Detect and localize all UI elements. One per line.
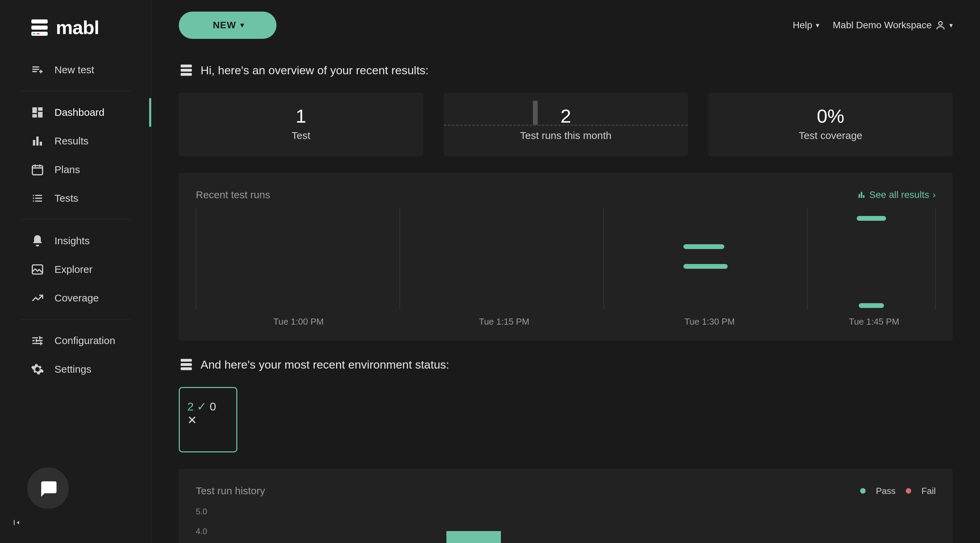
runs-col bbox=[603, 207, 807, 310]
legend-pass-label: Pass bbox=[876, 486, 896, 496]
caret-down-icon: ▼ bbox=[239, 21, 246, 29]
env-pass-count: 2 bbox=[187, 400, 194, 413]
env-intro-text: And here's your most recent environment … bbox=[200, 358, 449, 371]
sidebar-item-label: Tests bbox=[54, 193, 78, 204]
env-status-card[interactable]: 2 ✓ 0 ✕ bbox=[179, 387, 237, 452]
run-pill[interactable] bbox=[857, 216, 886, 221]
svg-rect-10 bbox=[181, 73, 192, 76]
sidebar-item-coverage[interactable]: Coverage bbox=[21, 284, 130, 312]
x-icon: ✕ bbox=[187, 414, 197, 427]
mabl-mini-icon bbox=[179, 63, 194, 78]
y-label: 5.0 bbox=[196, 507, 207, 515]
chat-launcher[interactable] bbox=[27, 467, 69, 509]
sidebar-item-results[interactable]: Results bbox=[21, 127, 130, 155]
sidebar: mabl New test Dashboard Results bbox=[0, 0, 151, 543]
svg-point-7 bbox=[939, 21, 943, 25]
y-axis-labels: 5.0 4.0 3.0 bbox=[196, 507, 207, 543]
recent-runs-chart bbox=[196, 207, 936, 310]
history-bar-pass[interactable] bbox=[446, 531, 501, 543]
brand-logo[interactable]: mabl bbox=[0, 0, 151, 56]
sidebar-item-settings[interactable]: Settings bbox=[21, 355, 130, 384]
svg-rect-13 bbox=[181, 367, 192, 370]
bar-chart-icon bbox=[31, 134, 44, 148]
sidebar-item-label: Plans bbox=[54, 164, 80, 175]
sidebar-item-explorer[interactable]: Explorer bbox=[21, 255, 130, 284]
legend-dot-pass bbox=[860, 488, 865, 494]
divider bbox=[21, 91, 130, 91]
check-icon: ✓ bbox=[197, 400, 209, 413]
svg-rect-3 bbox=[33, 33, 35, 34]
sidebar-item-configuration[interactable]: Configuration bbox=[21, 326, 130, 355]
stat-card-coverage[interactable]: 0% Test coverage bbox=[708, 93, 953, 156]
sidebar-item-insights[interactable]: Insights bbox=[21, 226, 130, 255]
dashboard-icon bbox=[31, 106, 44, 119]
run-pill[interactable] bbox=[683, 244, 724, 249]
runs-x-labels: Tue 1:00 PM Tue 1:15 PM Tue 1:30 PM Tue … bbox=[196, 317, 936, 327]
caret-down-icon: ▾ bbox=[816, 21, 819, 29]
sidebar-item-label: Insights bbox=[54, 235, 89, 247]
history-chart: 5.0 4.0 3.0 bbox=[196, 507, 936, 543]
recent-runs-panel: Recent test runs See all results › bbox=[179, 173, 953, 341]
divider bbox=[21, 319, 130, 320]
help-label: Help bbox=[793, 20, 813, 31]
sidebar-item-label: Settings bbox=[54, 363, 91, 375]
stat-value: 1 bbox=[186, 105, 417, 127]
x-label: Tue 1:45 PM bbox=[813, 317, 936, 327]
bar-area bbox=[216, 507, 936, 543]
sidebar-item-new-test[interactable]: New test bbox=[21, 56, 130, 84]
svg-rect-1 bbox=[31, 25, 48, 30]
x-label: Tue 1:15 PM bbox=[401, 317, 607, 327]
tune-icon bbox=[31, 334, 44, 347]
chat-icon bbox=[38, 478, 58, 498]
trending-up-icon bbox=[31, 291, 44, 305]
stat-label: Test bbox=[186, 130, 417, 142]
gear-icon bbox=[31, 363, 44, 376]
chevron-right-icon: › bbox=[933, 189, 936, 200]
svg-rect-0 bbox=[31, 19, 48, 24]
help-menu[interactable]: Help ▾ bbox=[793, 20, 819, 31]
sidebar-item-plans[interactable]: Plans bbox=[21, 155, 130, 184]
workspace-label: Mabl Demo Workspace bbox=[833, 20, 932, 31]
new-button[interactable]: NEW ▼ bbox=[179, 11, 277, 39]
overview-intro: Hi, here's an overview of your recent re… bbox=[179, 63, 953, 78]
runs-col bbox=[399, 207, 603, 310]
mabl-logo-icon bbox=[29, 17, 50, 38]
run-pill[interactable] bbox=[683, 264, 728, 269]
stat-card-runs[interactable]: 2 Test runs this month bbox=[444, 93, 688, 156]
stat-label: Test runs this month bbox=[450, 130, 681, 142]
sidebar-item-dashboard[interactable]: Dashboard bbox=[21, 98, 130, 127]
main-content: NEW ▼ Help ▾ Mabl Demo Workspace ▾ bbox=[151, 0, 980, 543]
runs-col bbox=[807, 207, 936, 310]
svg-rect-12 bbox=[181, 363, 192, 366]
legend-dot-fail bbox=[906, 488, 911, 494]
sidebar-item-label: Coverage bbox=[54, 292, 99, 304]
sidebar-item-label: New test bbox=[54, 64, 94, 76]
image-icon bbox=[31, 263, 44, 276]
runs-col bbox=[196, 207, 399, 310]
stat-label: Test coverage bbox=[715, 130, 946, 142]
sidebar-item-tests[interactable]: Tests bbox=[21, 184, 130, 213]
overview-intro-text: Hi, here's an overview of your recent re… bbox=[200, 64, 429, 77]
y-label: 4.0 bbox=[196, 527, 207, 535]
see-all-results-link[interactable]: See all results › bbox=[857, 189, 936, 200]
stat-row: 1 Test 2 Test runs this month 0% Test co… bbox=[179, 93, 953, 156]
see-all-label: See all results bbox=[869, 189, 929, 200]
list-icon bbox=[31, 191, 44, 205]
history-panel: Test run history Pass Fail 5.0 4.0 3.0 bbox=[179, 469, 953, 543]
sidebar-item-label: Dashboard bbox=[54, 107, 105, 118]
svg-rect-4 bbox=[37, 33, 40, 34]
panel-title: Recent test runs bbox=[196, 189, 270, 201]
collapse-sidebar-button[interactable] bbox=[10, 516, 23, 529]
new-button-label: NEW bbox=[213, 20, 236, 31]
x-label: Tue 1:00 PM bbox=[196, 317, 401, 327]
caret-down-icon: ▾ bbox=[949, 21, 953, 29]
bar-chart-icon bbox=[857, 190, 866, 199]
stat-card-tests[interactable]: 1 Test bbox=[179, 93, 423, 156]
calendar-icon bbox=[31, 163, 44, 177]
bell-icon bbox=[31, 234, 44, 248]
run-pill[interactable] bbox=[859, 303, 884, 308]
history-legend: Pass Fail bbox=[860, 486, 936, 496]
legend-fail-label: Fail bbox=[921, 486, 936, 496]
x-label: Tue 1:30 PM bbox=[607, 317, 813, 327]
workspace-menu[interactable]: Mabl Demo Workspace ▾ bbox=[833, 20, 953, 31]
